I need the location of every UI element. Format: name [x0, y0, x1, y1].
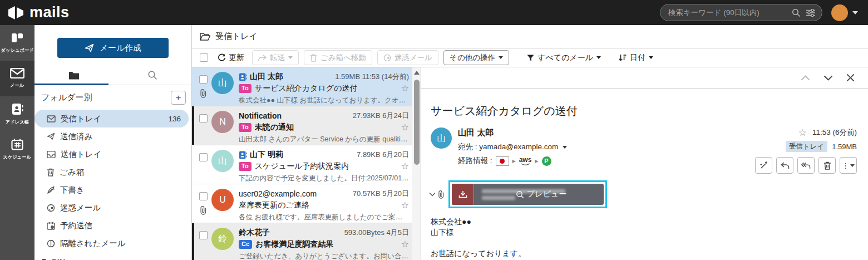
- attachment-icon: [437, 190, 445, 199]
- compose-button[interactable]: メール作成: [57, 38, 169, 58]
- mark-spam-button[interactable]: 迷惑メール: [377, 50, 438, 65]
- mail-subject: お客様満足度調査結果: [255, 239, 333, 249]
- global-search[interactable]: [660, 4, 822, 21]
- add-folder-button[interactable]: +: [171, 91, 186, 105]
- mail-meta: 27.93KB 6月24日: [351, 111, 409, 121]
- select-checkbox[interactable]: [199, 192, 208, 200]
- address-book-icon: [11, 103, 23, 115]
- close-icon[interactable]: [846, 73, 855, 82]
- reply-button[interactable]: [776, 157, 793, 174]
- sender-name: 山田 太郎: [250, 72, 283, 82]
- select-checkbox[interactable]: [199, 114, 208, 122]
- sort-dropdown[interactable]: 日付: [619, 53, 653, 63]
- user-avatar[interactable]: [831, 4, 848, 21]
- download-icon: [458, 190, 467, 199]
- filter-dropdown[interactable]: すべてのメール: [527, 53, 601, 63]
- select-checkbox[interactable]: [199, 75, 208, 84]
- sender-name: 山下 明莉: [250, 150, 283, 160]
- trash-icon: [47, 168, 55, 176]
- folder-icon: [68, 71, 80, 80]
- paper-plane-icon: [85, 43, 94, 52]
- to-badge: To: [239, 84, 251, 93]
- folder-item-trash[interactable]: ごみ箱: [34, 163, 191, 181]
- trash-icon: [823, 161, 831, 170]
- attachment-icon: [199, 89, 207, 98]
- folder-badge: 受信トレイ: [786, 141, 827, 152]
- tab-folders[interactable]: [34, 65, 113, 85]
- tab-search[interactable]: [113, 65, 191, 85]
- reply-all-button[interactable]: [797, 157, 815, 174]
- mail-subject: 座席表更新のご連絡: [239, 200, 309, 210]
- scrollbar-thumb[interactable]: [414, 80, 420, 165]
- star-icon[interactable]: ☆: [401, 201, 409, 210]
- mail-subject: サービス紹介カタログの送付: [255, 84, 358, 94]
- recipients-caret-icon[interactable]: [563, 146, 567, 149]
- pin-section-toggle[interactable]: PIN: [34, 252, 191, 260]
- sort-icon: [619, 54, 627, 61]
- previous-mail-chevron-up-icon[interactable]: [801, 75, 810, 81]
- user-menu[interactable]: [831, 4, 858, 21]
- list-item[interactable]: 山 山下 明莉 7.89KB 6月20日: [192, 145, 412, 184]
- sidebar-item-mail[interactable]: メール: [0, 61, 34, 96]
- list-scrollbar[interactable]: [412, 67, 421, 260]
- select-all-checkbox[interactable]: [200, 53, 208, 62]
- ai-assist-button[interactable]: [755, 157, 772, 174]
- attachments-collapse-chevron-icon[interactable]: [429, 192, 436, 197]
- star-icon[interactable]: ☆: [798, 128, 807, 138]
- user-menu-caret-icon[interactable]: [852, 11, 858, 14]
- select-checkbox[interactable]: [199, 153, 208, 161]
- calendar-icon: [11, 139, 23, 150]
- download-button[interactable]: [452, 184, 474, 205]
- recipients-row[interactable]: 宛先 : yamada@example.com: [458, 142, 567, 152]
- folder-item-quarantine[interactable]: 隔離されたメール: [34, 234, 191, 252]
- folder-item-outbox[interactable]: 送信トレイ: [34, 145, 191, 163]
- search-icon[interactable]: [792, 8, 801, 17]
- mail-preview: 山田太郎 さんのアバター Service からの更新 qualitia.com …: [239, 135, 409, 144]
- trash-icon: [310, 54, 317, 62]
- next-mail-chevron-down-icon[interactable]: [823, 75, 833, 81]
- list-item[interactable]: 山 山田 太郎 1.59MB 11:53 (14分前): [192, 67, 412, 106]
- detail-subject: サービス紹介カタログの送付: [431, 104, 868, 119]
- detail-top-bar: [421, 67, 868, 89]
- mail-meta: 593.00Bytes 4月5日: [342, 228, 409, 238]
- sidebar-item-dashboard[interactable]: ダッシュボード: [0, 25, 34, 61]
- select-checkbox[interactable]: [199, 231, 208, 239]
- app-title: mails: [29, 4, 70, 21]
- mails-logo-icon: [8, 6, 24, 20]
- star-icon[interactable]: ☆: [401, 240, 409, 249]
- search-filter-icon[interactable]: [806, 9, 815, 17]
- refresh-button[interactable]: 更新: [218, 53, 244, 63]
- list-item[interactable]: 鈴 鈴木花子 593.00Bytes 4月5日 Cc お客様満足度調査結果 ☆ …: [192, 223, 412, 260]
- star-icon[interactable]: ☆: [401, 84, 409, 93]
- list-item[interactable]: N Notification 27.93KB 6月24日 To 未読の通知 ☆ …: [192, 106, 412, 145]
- contact-card-icon: [239, 73, 247, 81]
- sender-avatar: 山: [431, 127, 452, 149]
- more-options-button[interactable]: ⋮: [840, 157, 857, 174]
- list-item[interactable]: U user02@example.com 70.57KB 5月20日 座席表更新…: [192, 184, 412, 223]
- folder-item-inbox[interactable]: 受信トレイ 136: [34, 110, 189, 127]
- detail-sender-name: 山田 太郎: [458, 127, 567, 138]
- avatar: U: [211, 189, 234, 211]
- scroll-up-arrow-icon[interactable]: [414, 71, 420, 75]
- star-icon[interactable]: ☆: [401, 123, 409, 132]
- forward-button[interactable]: 転送: [252, 50, 299, 65]
- search-input[interactable]: [667, 8, 786, 17]
- delete-button[interactable]: [818, 157, 836, 174]
- open-folder-icon: [200, 32, 210, 41]
- spam-icon: [47, 204, 55, 212]
- unread-indicator: [192, 223, 194, 260]
- star-icon[interactable]: ☆: [401, 162, 409, 171]
- mail-list: 山 山田 太郎 1.59MB 11:53 (14分前): [192, 67, 421, 260]
- sender-name: Notification: [239, 111, 282, 120]
- attachment-chip[interactable]: プレビュー: [452, 184, 604, 205]
- sidebar-item-schedule[interactable]: スケジュール: [0, 132, 34, 168]
- folder-item-drafts[interactable]: 下書き: [34, 181, 191, 199]
- more-actions-button[interactable]: その他の操作: [443, 50, 509, 65]
- folder-item-sent[interactable]: 送信済み: [34, 127, 191, 145]
- sidebar-item-address-book[interactable]: アドレス帳: [0, 96, 34, 132]
- move-to-trash-button[interactable]: ごみ箱へ移動: [304, 50, 372, 65]
- folder-item-scheduled-send[interactable]: 予約送信: [34, 217, 191, 234]
- preview-button[interactable]: プレビュー: [479, 184, 604, 205]
- folder-item-spam[interactable]: 迷惑メール: [34, 199, 191, 217]
- mail-preview: 株式会社●● 山下様 お世話になっております。クオリティアの...: [239, 96, 409, 105]
